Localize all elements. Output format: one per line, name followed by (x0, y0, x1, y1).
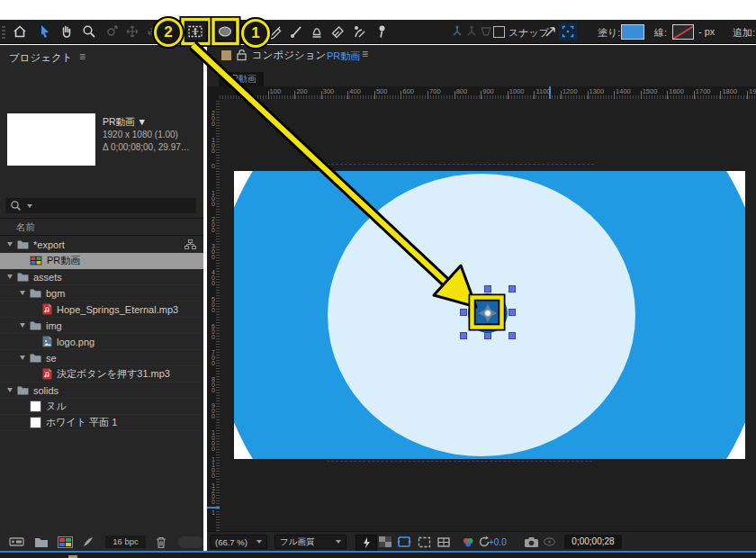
snap-checkbox[interactable] (493, 26, 505, 38)
selection-handle-bottom-center[interactable] (484, 332, 491, 339)
project-item-name[interactable]: PR動画 ▼ (103, 116, 147, 129)
shared-view-icon-3[interactable] (477, 22, 495, 40)
project-item-duration: Δ 0;00;08;00, 29.97… (103, 142, 190, 152)
stroke-width-px[interactable]: - px (698, 26, 715, 37)
expand-chevron-icon[interactable] (7, 242, 13, 247)
clone-stamp-tool-icon[interactable] (308, 22, 326, 40)
composition-viewer[interactable] (220, 99, 756, 531)
composition-panel-menu-icon[interactable]: ≡ (362, 48, 368, 60)
selection-handle-mid-left[interactable] (460, 309, 467, 316)
mask-feather-boundary-icon[interactable] (559, 22, 577, 40)
expand-chevron-icon[interactable] (20, 323, 25, 328)
ruler-label: 700 (209, 350, 218, 366)
selection-handle-mid-right[interactable] (508, 309, 516, 316)
selection-handle-top-right[interactable] (508, 285, 516, 292)
region-of-interest-icon[interactable] (415, 535, 433, 549)
tools-toolbar: スナップ 塗り: 線: - px 追加: (0, 20, 756, 44)
project-panel-footer: 16 bpc (0, 533, 203, 551)
magnification-dropdown[interactable]: (66.7 %) (210, 535, 267, 549)
selection-handle-top-left[interactable] (460, 285, 467, 292)
ruler-label: 500 (209, 297, 218, 313)
tree-row-pr-[interactable]: PR動画 (0, 253, 203, 269)
trash-icon[interactable] (155, 536, 167, 549)
ruler-major-tick (667, 91, 668, 99)
ruler-label: 1000 (209, 430, 218, 452)
ruler-label: 600 (402, 87, 414, 95)
new-composition-icon[interactable] (58, 536, 73, 548)
ruler-label: 500 (376, 87, 388, 95)
tree-row-solids[interactable]: solids (0, 382, 203, 399)
project-panel-menu-icon[interactable]: ≡ (79, 50, 86, 63)
interpret-footage-icon[interactable] (9, 536, 25, 548)
pan-behind-anchor-tool-icon[interactable] (186, 22, 204, 40)
home-icon[interactable] (11, 22, 29, 40)
project-columns-header[interactable]: 名前 (0, 218, 203, 236)
snap-arrow-icon[interactable] (542, 22, 560, 40)
bit-depth-button[interactable]: 16 bpc (105, 536, 146, 548)
fill-color-swatch[interactable] (621, 24, 644, 40)
transparency-grid-icon[interactable] (377, 535, 393, 549)
tree-item-label: assets (33, 272, 62, 283)
tree-row-hope_springs_eternal-mp3[interactable]: Hope_Springs_Eternal.mp3 (0, 302, 203, 318)
puppet-pin-tool-icon[interactable] (373, 22, 391, 40)
show-snapshot-icon[interactable] (541, 535, 557, 549)
layer-bounds-top-edge (327, 164, 594, 165)
roto-brush-tool-icon[interactable] (350, 22, 368, 40)
composition-canvas[interactable] (234, 171, 745, 459)
tree-row-se[interactable]: se (0, 350, 203, 366)
tree-row--31-mp3[interactable]: 決定ボタンを押す31.mp3 (0, 366, 203, 382)
zoom-tool-icon[interactable] (80, 22, 98, 40)
eraser-tool-icon[interactable] (328, 22, 346, 40)
snapshot-camera-icon[interactable] (522, 535, 540, 549)
project-item-tree: *exportPR動画assetsbgmHope_Springs_Eternal… (0, 237, 203, 431)
add-label[interactable]: 追加: (733, 26, 755, 40)
expand-chevron-icon[interactable] (7, 274, 13, 279)
mask-visibility-toggle-icon[interactable] (395, 535, 413, 549)
fast-preview-icon[interactable] (356, 535, 377, 551)
tree-row-bgm[interactable]: bgm (0, 285, 203, 302)
active-comp-name[interactable]: PR動画 (327, 50, 360, 63)
selection-handle-bottom-left[interactable] (460, 332, 467, 339)
orbit-camera-tool-icon[interactable] (103, 22, 121, 40)
new-folder-icon[interactable] (34, 536, 49, 548)
tree-item-label: logo.png (57, 337, 94, 347)
solid-color-icon (30, 400, 41, 412)
horizontal-ruler[interactable]: 0100200300400500600700800900100011001200… (220, 86, 756, 100)
ruler-major-tick (481, 91, 482, 99)
selection-handle-bottom-right[interactable] (508, 332, 516, 339)
composition-tab[interactable]: PR動画 (219, 72, 264, 86)
ruler-label: 1800 (722, 87, 737, 95)
anchor-point-icon[interactable] (476, 302, 500, 325)
brush-tool-icon[interactable] (287, 22, 305, 40)
tree-row--export[interactable]: *export (0, 237, 203, 253)
project-search-input[interactable] (5, 198, 196, 213)
project-settings-icon[interactable] (82, 536, 94, 548)
pan-camera-tool-icon[interactable] (123, 22, 141, 40)
stroke-color-swatch[interactable] (672, 24, 694, 40)
expand-chevron-icon[interactable] (7, 388, 13, 392)
tree-row--1[interactable]: ホワイト 平面 1 (0, 415, 203, 431)
tree-row-logo-png[interactable]: logo.png (0, 334, 203, 350)
toolbar-grip[interactable] (2, 24, 5, 39)
tree-item-label: ヌル (46, 400, 67, 413)
vertical-ruler[interactable]: 2001000100200300400500600700800900100011… (207, 99, 220, 531)
expand-chevron-icon[interactable] (20, 291, 25, 295)
footer-pill-control[interactable] (178, 536, 203, 548)
ruler-label: 1100 (536, 87, 550, 95)
tree-row--[interactable]: ヌル (0, 399, 203, 415)
hand-tool-icon[interactable] (58, 22, 76, 40)
lock-icon[interactable] (236, 49, 248, 65)
selection-tool-icon[interactable] (36, 22, 54, 40)
exposure-value[interactable]: +0.0 (489, 537, 507, 547)
resolution-dropdown[interactable]: フル画質 (274, 535, 346, 549)
guides-grid-options-icon[interactable] (435, 535, 453, 549)
channel-rgb-icon[interactable] (460, 535, 476, 549)
timeline-panel-edge (0, 551, 756, 558)
tree-row-img[interactable]: img (0, 318, 203, 334)
vertical-ruler-position-marker (207, 507, 220, 508)
expand-chevron-icon[interactable] (20, 356, 25, 360)
tree-row-assets[interactable]: assets (0, 269, 203, 285)
preview-timecode[interactable]: 0;00;00;28 (564, 535, 622, 549)
selection-handle-top-center[interactable] (484, 285, 491, 292)
ellipse-tool-icon[interactable] (216, 22, 234, 40)
